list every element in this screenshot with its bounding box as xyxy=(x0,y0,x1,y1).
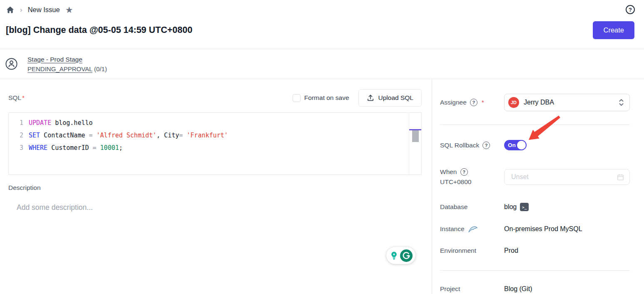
assignee-value: Jerry DBA xyxy=(524,99,618,106)
when-input-field[interactable] xyxy=(510,173,617,181)
sql-console-icon[interactable]: >_ xyxy=(520,203,529,211)
chevron-right-icon: › xyxy=(20,6,22,13)
sql-rollback-toggle[interactable]: On xyxy=(504,140,527,150)
project-value: Blog (Git) xyxy=(504,285,532,293)
code-line: WHERE CustomerID = 10001; xyxy=(29,142,421,154)
format-on-save-label: Format on save xyxy=(304,94,349,102)
grammarly-widget xyxy=(386,247,415,264)
when-label: When? UTC+0800 xyxy=(440,167,504,187)
editor-scrollbar-thumb[interactable] xyxy=(412,130,419,142)
select-chevrons-icon xyxy=(618,98,624,107)
stage-progress: (0/1) xyxy=(94,65,107,72)
format-on-save-checkbox[interactable] xyxy=(293,94,301,102)
editor-line-numbers: 1 2 3 xyxy=(9,117,29,174)
issue-sidebar: Assignee ? * JD Jerry DBA SQL Rollback ? xyxy=(432,79,644,294)
help-icon[interactable]: ? xyxy=(626,5,635,14)
assignee-avatar: JD xyxy=(508,97,519,108)
environment-row: Environment Prod xyxy=(440,247,630,254)
assignee-row: Assignee ? * JD Jerry DBA xyxy=(440,94,630,111)
project-label: Project xyxy=(440,285,504,293)
instance-label: Instance xyxy=(440,225,504,233)
upload-icon xyxy=(367,94,374,102)
create-button[interactable]: Create xyxy=(593,21,634,39)
sql-rollback-label: SQL Rollback ? xyxy=(440,142,504,149)
assignee-select[interactable]: JD Jerry DBA xyxy=(504,94,630,111)
assignee-label: Assignee ? * xyxy=(440,99,504,106)
approver-person-icon xyxy=(5,57,18,70)
upload-sql-button[interactable]: Upload SQL xyxy=(358,89,422,107)
stage-link[interactable]: Stage - Prod Stage xyxy=(27,56,107,63)
instance-row: Instance On-premises Prod MySQL xyxy=(440,225,630,233)
breadcrumb: › New Issue ★ ? xyxy=(0,0,644,16)
instance-value: On-premises Prod MySQL xyxy=(504,225,582,233)
code-line: SET ContactName = 'Alfred Schmidt', City… xyxy=(29,129,421,142)
toggle-state-label: On xyxy=(508,142,516,148)
code-line: UPDATE blog.hello xyxy=(29,117,421,129)
calendar-icon xyxy=(617,173,624,181)
sidebar-divider xyxy=(440,125,630,125)
when-help-icon[interactable]: ? xyxy=(460,168,468,176)
database-value: blog xyxy=(504,203,517,211)
project-row: Project Blog (Git) xyxy=(440,285,630,293)
title-row: [blog] Change data @05-05 14:59 UTC+0800… xyxy=(0,16,644,49)
assignee-help-icon[interactable]: ? xyxy=(470,99,477,106)
environment-value: Prod xyxy=(504,247,518,254)
page-title: [blog] Change data @05-05 14:59 UTC+0800 xyxy=(6,25,192,35)
main-column: SQL* Format on save Upload SQL 1 2 3 xyxy=(0,79,432,294)
stage-section: Stage - Prod Stage PENDING_APPROVAL (0/1… xyxy=(0,49,644,79)
editor-minimap xyxy=(409,113,421,174)
assignee-required-mark: * xyxy=(482,99,484,106)
breadcrumb-page: New Issue xyxy=(28,6,60,14)
suggestion-bulb-icon[interactable] xyxy=(389,251,399,260)
required-mark: * xyxy=(22,94,25,101)
sql-rollback-row: SQL Rollback ? On xyxy=(440,140,630,150)
database-row: Database blog >_ xyxy=(440,203,630,211)
editor-code: UPDATE blog.hello SET ContactName = 'Alf… xyxy=(29,117,421,174)
sidebar-divider xyxy=(440,270,630,271)
database-label: Database xyxy=(440,203,504,211)
favorite-star-icon[interactable]: ★ xyxy=(65,5,73,14)
toggle-knob xyxy=(517,141,526,149)
stage-status-link[interactable]: PENDING_APPROVAL xyxy=(27,65,92,72)
description-label: Description xyxy=(8,184,422,192)
home-icon[interactable] xyxy=(6,5,15,14)
environment-label: Environment xyxy=(440,247,504,254)
when-row: When? UTC+0800 xyxy=(440,167,630,187)
sql-rollback-help-icon[interactable]: ? xyxy=(482,142,490,149)
description-input[interactable]: Add some description... xyxy=(17,203,422,212)
sql-editor[interactable]: 1 2 3 UPDATE blog.hello SET ContactName … xyxy=(8,112,422,175)
when-timezone: UTC+0800 xyxy=(440,178,471,185)
grammarly-icon[interactable] xyxy=(400,249,413,262)
mysql-dolphin-icon xyxy=(468,225,478,233)
sql-label: SQL* xyxy=(8,94,25,102)
when-datetime-input[interactable] xyxy=(504,169,630,185)
